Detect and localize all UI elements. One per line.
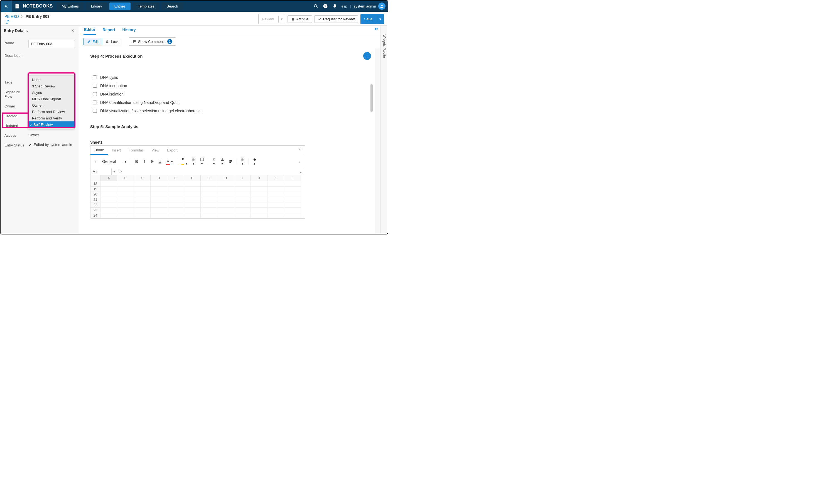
row-header[interactable]: 23 — [90, 208, 101, 213]
column-header[interactable]: J — [251, 175, 267, 181]
panel-toggle-icon[interactable] — [374, 27, 379, 32]
column-header[interactable]: G — [201, 175, 217, 181]
align-v-icon[interactable]: ▾ — [219, 156, 226, 167]
checkbox[interactable] — [93, 101, 97, 104]
select-all-corner[interactable] — [90, 175, 101, 181]
cell[interactable] — [251, 202, 267, 208]
cell[interactable] — [267, 213, 284, 218]
nav-entries[interactable]: Entries — [109, 2, 130, 10]
fx-icon[interactable]: fx — [117, 169, 125, 174]
widgets-palette-toggle[interactable]: Widgets Palette — [383, 35, 386, 233]
cell[interactable] — [284, 197, 301, 202]
search-icon[interactable] — [312, 2, 320, 10]
link-icon[interactable] — [5, 20, 258, 24]
cell[interactable] — [117, 186, 134, 192]
help-icon[interactable]: ? — [321, 2, 329, 10]
content-scroll[interactable]: Step 4: Process Execution DNA Lysis DNA … — [79, 48, 381, 233]
column-header[interactable]: L — [284, 175, 301, 181]
row-header[interactable]: 19 — [90, 186, 101, 192]
cell[interactable] — [201, 208, 217, 213]
cell[interactable] — [101, 213, 117, 218]
sheet-tab-insert[interactable]: Insert — [108, 146, 125, 155]
column-header[interactable]: I — [234, 175, 251, 181]
cell[interactable] — [134, 202, 150, 208]
cell[interactable] — [234, 186, 251, 192]
cell[interactable] — [150, 186, 167, 192]
cell[interactable] — [267, 197, 284, 202]
cell[interactable] — [167, 213, 184, 218]
checkbox[interactable] — [93, 92, 97, 96]
cell[interactable] — [150, 213, 167, 218]
tab-history[interactable]: History — [122, 25, 136, 35]
dropdown-option-self-review[interactable]: Self-Review — [28, 121, 74, 128]
cell[interactable] — [150, 208, 167, 213]
checklist-item[interactable]: DNA quantification using NanoDrop and Qu… — [93, 100, 364, 105]
back-button[interactable] — [1, 1, 12, 12]
cell[interactable] — [201, 213, 217, 218]
cell[interactable] — [117, 213, 134, 218]
checklist-item[interactable]: DNA visualization / size selection using… — [93, 108, 364, 113]
cell[interactable] — [184, 213, 201, 218]
checkbox[interactable] — [93, 84, 97, 88]
cell[interactable] — [184, 202, 201, 208]
cell[interactable] — [117, 197, 134, 202]
cell[interactable] — [251, 208, 267, 213]
nav-library[interactable]: Library — [86, 2, 107, 10]
notifications-icon[interactable] — [331, 2, 339, 10]
nav-my-entries[interactable]: My Entries — [57, 2, 84, 10]
name-input[interactable] — [28, 40, 75, 48]
cell[interactable] — [234, 213, 251, 218]
cell[interactable] — [217, 213, 234, 218]
checklist-item[interactable]: DNA incubation — [93, 83, 364, 88]
chevron-up-icon[interactable]: ⌃ — [299, 148, 302, 152]
cell[interactable] — [150, 181, 167, 186]
cell[interactable] — [267, 181, 284, 186]
cell[interactable] — [184, 186, 201, 192]
merge-icon[interactable]: ▾ — [199, 156, 206, 167]
cell[interactable] — [267, 186, 284, 192]
grid[interactable]: A B C D E F G H I J K L — [90, 175, 305, 218]
nav-search[interactable]: Search — [162, 2, 183, 10]
cell[interactable] — [251, 186, 267, 192]
review-button[interactable]: Review ▾ — [258, 14, 285, 24]
cell[interactable] — [150, 197, 167, 202]
cell[interactable] — [234, 197, 251, 202]
cell[interactable] — [150, 202, 167, 208]
row-header[interactable]: 22 — [90, 202, 101, 208]
column-header[interactable]: H — [217, 175, 234, 181]
chevron-right-icon[interactable]: › — [297, 158, 303, 165]
cell[interactable] — [134, 208, 150, 213]
cell[interactable] — [284, 181, 301, 186]
nav-templates[interactable]: Templates — [133, 2, 159, 10]
chevron-down-icon[interactable]: ▾ — [111, 168, 117, 175]
cell[interactable] — [251, 181, 267, 186]
cell[interactable] — [217, 181, 234, 186]
user-name[interactable]: system admin — [354, 4, 376, 8]
column-header[interactable]: B — [117, 175, 134, 181]
column-header[interactable]: F — [184, 175, 201, 181]
cell[interactable] — [284, 202, 301, 208]
cell[interactable] — [101, 208, 117, 213]
cell[interactable] — [217, 202, 234, 208]
cell[interactable] — [167, 186, 184, 192]
fill-color-icon[interactable]: ▾ — [179, 156, 189, 167]
row-header[interactable]: 24 — [90, 213, 101, 218]
cell[interactable] — [117, 208, 134, 213]
chevron-left-icon[interactable]: ‹ — [92, 158, 99, 165]
cell[interactable] — [167, 192, 184, 197]
checklist-item[interactable]: DNA isolation — [93, 92, 364, 96]
request-review-button[interactable]: Request for Review — [314, 15, 358, 23]
strikethrough-icon[interactable]: S — [149, 158, 156, 165]
cell[interactable] — [234, 192, 251, 197]
column-header[interactable]: C — [134, 175, 150, 181]
font-color-icon[interactable]: A ▾ — [164, 158, 175, 165]
cell[interactable] — [134, 181, 150, 186]
cell[interactable] — [201, 181, 217, 186]
chevron-down-icon[interactable]: ▾ — [278, 16, 285, 23]
cell[interactable] — [284, 213, 301, 218]
cell[interactable] — [234, 202, 251, 208]
sheet-tab-export[interactable]: Export — [163, 146, 182, 155]
cell[interactable] — [150, 192, 167, 197]
insert-icon[interactable]: ▾ — [239, 156, 246, 167]
wrap-icon[interactable] — [227, 158, 235, 165]
